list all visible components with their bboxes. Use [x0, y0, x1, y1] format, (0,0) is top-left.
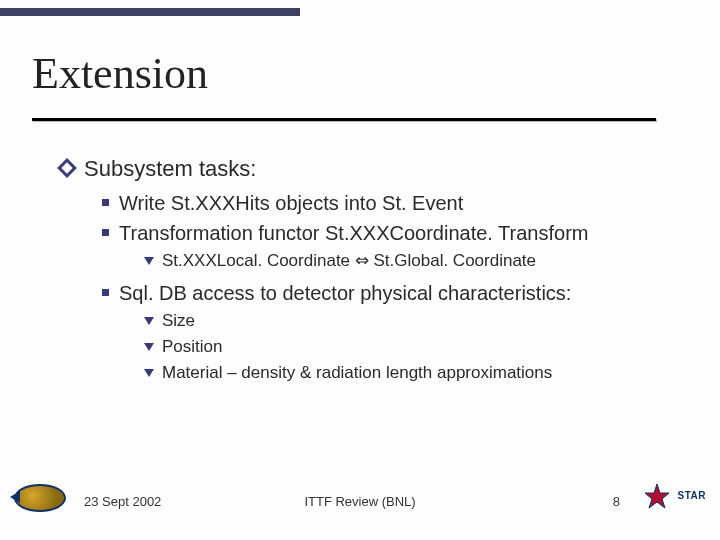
triangle-bullet-icon [144, 317, 154, 325]
bullet-level1: Subsystem tasks: [60, 155, 690, 184]
bullet-level3: Size [144, 310, 690, 332]
bullet-level3-text: St.XXXLocal. Coordinate ⇔ St.Global. Coo… [162, 250, 536, 272]
bullet-level2-text: Sql. DB access to detector physical char… [119, 280, 571, 306]
bullet-level2: Transformation functor St.XXXCoordinate.… [102, 220, 690, 246]
title-divider [32, 118, 656, 121]
slide-body: Subsystem tasks: Write St.XXXHits object… [60, 155, 690, 392]
bullet-level2-text: Write St.XXXHits objects into St. Event [119, 190, 463, 216]
square-bullet-icon [102, 199, 109, 206]
slide-title: Extension [32, 48, 208, 99]
footer-center: ITTF Review (BNL) [304, 494, 415, 509]
footer-page-number: 8 [613, 494, 620, 509]
bullet-level2: Sql. DB access to detector physical char… [102, 280, 690, 306]
svg-marker-0 [645, 484, 669, 508]
slide-footer: 23 Sept 2002 ITTF Review (BNL) 8 STAR [0, 488, 720, 524]
bullet-level2: Write St.XXXHits objects into St. Event [102, 190, 690, 216]
bullet-level3-text: Size [162, 310, 195, 332]
bullet-level3: Material – density & radiation length ap… [144, 362, 690, 384]
footer-date: 23 Sept 2002 [84, 494, 161, 509]
bullet-level2-text: Transformation functor St.XXXCoordinate.… [119, 220, 588, 246]
triangle-bullet-icon [144, 369, 154, 377]
decorative-header-bar [0, 8, 300, 16]
triangle-bullet-icon [144, 257, 154, 265]
kent-state-logo-icon [14, 484, 66, 512]
square-bullet-icon [102, 289, 109, 296]
square-bullet-icon [102, 229, 109, 236]
bullet-level3-text: Position [162, 336, 222, 358]
star-logo-text: STAR [678, 490, 706, 501]
bullet-level1-text: Subsystem tasks: [84, 155, 256, 184]
star-logo-icon: STAR [646, 484, 706, 516]
bullet-level3: St.XXXLocal. Coordinate ⇔ St.Global. Coo… [144, 250, 690, 272]
bullet-level3-text: Material – density & radiation length ap… [162, 362, 552, 384]
diamond-bullet-icon [57, 158, 77, 178]
bullet-level3: Position [144, 336, 690, 358]
triangle-bullet-icon [144, 343, 154, 351]
